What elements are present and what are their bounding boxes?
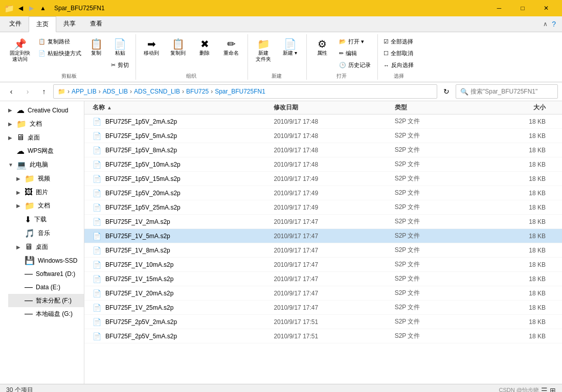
file-type-cell: S2P 文件 [395,246,485,255]
invert-selection-button[interactable]: ↔ 反向选择 [381,60,416,71]
breadcrumb-spar[interactable]: Spar_BFU725FN1 [215,88,265,95]
quick-back[interactable]: ◀ [16,5,25,12]
sidebar-item-this-pc[interactable]: ▼ 💻 此电脑 [0,158,84,172]
table-row[interactable]: 📄 BFU725F_1V_10mA.s2p 2010/9/17 17:47 S2… [84,258,562,272]
header-date[interactable]: 修改日期 [274,103,394,112]
select-all-button[interactable]: ☑ 全部选择 [381,36,416,47]
sidebar-item-wps[interactable]: ☁ WPS网盘 [0,144,84,158]
file-date-cell: 2010/9/17 17:48 [274,147,394,154]
sidebar-item-software1[interactable]: — Software1 (D:) [8,267,84,281]
header-size[interactable]: 大小 [485,103,554,112]
breadcrumb-bfu725[interactable]: BFU725 [186,88,209,95]
table-row[interactable]: 📄 BFU725F_1p5V_8mA.s2p 2010/9/17 17:48 S… [84,143,562,157]
ribbon-collapse-icon[interactable]: ∧ [543,20,548,28]
file-date-cell: 2010/9/17 17:51 [274,333,394,340]
sidebar-item-desktop2[interactable]: ▶ 🖥 桌面 [8,240,84,253]
edit-icon: ✏ [339,50,344,57]
history-button[interactable]: 🕒 历史记录 [336,60,373,71]
table-row[interactable]: 📄 BFU725F_1V_15mA.s2p 2010/9/17 17:47 S2… [84,272,562,286]
back-button[interactable]: ‹ [4,84,18,99]
move-to-button[interactable]: ➡ 移动到 [139,36,164,59]
open-icon: 📂 [339,38,346,45]
table-row[interactable]: 📄 BFU725F_1p5V_5mA.s2p 2010/9/17 17:48 S… [84,129,562,143]
file-size-cell: 18 KB [485,275,554,283]
file-icon: 📄 [93,175,101,183]
sidebar-item-docs2[interactable]: ▶ 📁 文档 [8,199,84,213]
breadcrumb-folder-icon[interactable]: 📁 [58,88,65,95]
table-row[interactable]: 📄 BFU725F_1p5V_2mA.s2p 2010/9/17 17:48 S… [84,114,562,129]
view-icon-list[interactable]: ☰ [541,386,548,393]
table-row[interactable]: 📄 BFU725F_1p5V_20mA.s2p 2010/9/17 17:49 … [84,186,562,200]
file-name-cell: 📄 BFU725F_1V_8mA.s2p [93,246,274,255]
minimize-button[interactable]: ─ [487,0,511,16]
breadcrumb-app-lib[interactable]: APP_LIB [72,88,97,95]
breadcrumb-ads-csnd-lib[interactable]: ADS_CSND_LIB [134,88,180,95]
pin-quick-access-button[interactable]: 📌 固定到快速访问 [6,36,34,65]
properties-button[interactable]: ⚙ 属性 [310,36,334,59]
expand-arrow-desktop2: ▶ [16,244,21,250]
paste-shortcut-button[interactable]: 📄 粘贴快捷方式 [36,48,84,59]
paste-button[interactable]: 📄 粘贴 [108,36,131,59]
sidebar-item-videos[interactable]: ▶ 📁 视频 [8,172,84,186]
table-row[interactable]: 📄 BFU725F_1V_2mA.s2p 2010/9/17 17:47 S2P… [84,215,562,229]
sidebar-item-unassigned[interactable]: — 暂未分配 (F:) [8,294,84,307]
help-icon[interactable]: ? [552,20,556,28]
file-type-cell: S2P 文件 [395,332,485,340]
new-item-button[interactable]: 📄 新建 ▾ [278,36,302,59]
header-type[interactable]: 类型 [395,103,485,112]
expand-arrow-pictures: ▶ [16,190,21,195]
refresh-button[interactable]: ↻ [439,84,454,99]
table-row[interactable]: 📄 BFU725F_1p5V_25mA.s2p 2010/9/17 17:49 … [84,200,562,215]
cut-button[interactable]: ✂ 剪切 [108,60,131,71]
watermark: CSDN @怡步晓 [499,386,539,392]
file-name-cell: 📄 BFU725F_1p5V_5mA.s2p [93,132,274,140]
tab-file[interactable]: 文件 [2,16,29,32]
header-name[interactable]: 名称 ▲ [93,103,274,112]
tab-home[interactable]: 主页 [29,16,56,32]
table-row[interactable]: 📄 BFU725F_2p5V_2mA.s2p 2010/9/17 17:51 S… [84,315,562,329]
sidebar-item-pictures[interactable]: ▶ 🖼 图片 [8,186,84,199]
table-row[interactable]: 📄 BFU725F_1p5V_15mA.s2p 2010/9/17 17:49 … [84,172,562,186]
quick-forward[interactable]: ▶ [27,5,36,12]
delete-button[interactable]: ✖ 删除 [192,36,217,59]
table-row[interactable]: 📄 BFU725F_1V_20mA.s2p 2010/9/17 17:47 S2… [84,286,562,301]
quick-up[interactable]: ▲ [38,5,48,12]
sidebar-item-downloads[interactable]: ⬇ 下载 [8,213,84,226]
up-button[interactable]: ↑ [37,84,51,99]
forward-button[interactable]: › [20,84,35,99]
sidebar-item-documents[interactable]: ▶ 📁 文档 [0,117,84,131]
table-row[interactable]: 📄 BFU725F_2p5V_5mA.s2p 2010/9/17 17:51 S… [84,329,562,343]
rename-button[interactable]: ✏ 重命名 [219,36,243,59]
breadcrumb-ads-lib[interactable]: ADS_LIB [103,88,128,95]
sidebar-item-creative-cloud[interactable]: ▶ ☁ Creative Cloud [0,103,84,117]
open-button[interactable]: 📂 打开 ▾ [336,36,373,47]
search-input[interactable] [470,88,553,95]
edit-button[interactable]: ✏ 编辑 [336,48,373,59]
copy-button[interactable]: 📋 复制 [86,36,106,59]
table-row[interactable]: 📄 BFU725F_1p5V_10mA.s2p 2010/9/17 17:48 … [84,157,562,172]
sidebar-label-videos: 视频 [38,174,50,183]
sidebar-item-windows-ssd[interactable]: 💾 Windows-SSD [8,253,84,267]
copy-to-button[interactable]: 📋 复制到 [166,36,190,59]
sidebar-item-data[interactable]: — Data (E:) [8,281,84,294]
file-type-cell: S2P 文件 [395,232,485,240]
view-icon-grid[interactable]: ⊞ [550,386,556,393]
file-name-cell: 📄 BFU725F_1V_5mA.s2p [93,232,274,240]
table-row[interactable]: 📄 BFU725F_1V_8mA.s2p 2010/9/17 17:47 S2P… [84,243,562,258]
documents-icon: 📁 [16,119,27,129]
maximize-button[interactable]: □ [511,0,534,16]
select-none-button[interactable]: ☐ 全部取消 [381,48,416,59]
close-button[interactable]: ✕ [534,0,558,16]
ribbon-group-select: ☑ 全部选择 ☐ 全部取消 ↔ 反向选择 选择 [379,34,420,80]
tab-view[interactable]: 查看 [83,16,109,32]
file-icon: 📄 [93,218,101,226]
copy-path-button[interactable]: 📋 复制路径 [36,36,84,47]
table-row[interactable]: 📄 BFU725F_1V_25mA.s2p 2010/9/17 17:47 S2… [84,301,562,315]
tab-share[interactable]: 共享 [56,16,83,32]
sidebar-item-music[interactable]: 🎵 音乐 [8,226,84,240]
table-row[interactable]: 📄 BFU725F_1V_5mA.s2p 2010/9/17 17:47 S2P… [84,229,562,243]
sidebar-item-desktop[interactable]: ▶ 🖥 桌面 [0,131,84,144]
sidebar-item-local-g[interactable]: — 本地磁盘 (G:) [8,307,84,320]
new-folder-button[interactable]: 📁 新建文件夹 [251,36,276,65]
properties-icon: ⚙ [318,39,327,49]
